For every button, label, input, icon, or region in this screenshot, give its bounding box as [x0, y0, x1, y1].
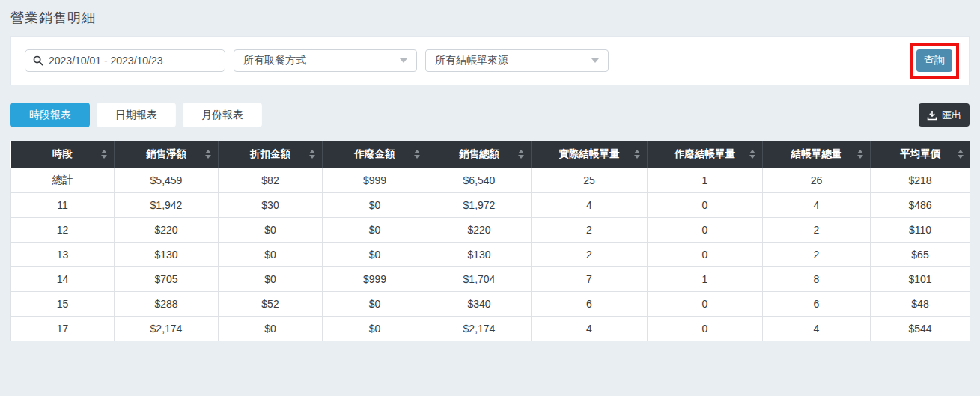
table-cell: $101 [871, 266, 970, 291]
column-header[interactable]: 結帳單總量 [763, 141, 871, 168]
table-cell: 4 [532, 192, 648, 217]
table-cell: $1,704 [427, 266, 532, 291]
query-button[interactable]: 查詢 [916, 49, 952, 72]
table-cell: $340 [427, 291, 532, 316]
table-cell: 0 [648, 217, 763, 242]
order-source-value: 所有結帳單來源 [435, 54, 508, 67]
sort-icon[interactable] [857, 150, 863, 159]
sort-icon[interactable] [518, 150, 524, 159]
table-cell: $2,174 [115, 316, 219, 341]
tab-date-report[interactable]: 日期報表 [97, 103, 176, 127]
table-cell: $48 [871, 291, 970, 316]
table-header-row: 時段銷售淨額折扣金額作廢金額銷售總額實際結帳單量作廢結帳單量結帳單總量平均單價 [11, 141, 970, 168]
table-cell: $2,174 [427, 316, 532, 341]
export-button-label: 匯出 [942, 109, 961, 122]
chevron-down-icon [591, 58, 599, 63]
table-cell: 4 [763, 192, 871, 217]
table-cell: 0 [648, 316, 763, 341]
tab-time-period-report[interactable]: 時段報表 [10, 103, 90, 127]
table-cell: $5,459 [115, 168, 219, 192]
table-cell: $288 [115, 291, 219, 316]
table-cell: $0 [219, 217, 323, 242]
table-cell: 總計 [11, 168, 115, 192]
table-cell: 11 [11, 192, 115, 217]
table-cell: $0 [219, 242, 323, 266]
table-cell: $0 [323, 291, 427, 316]
table-cell: 1 [648, 266, 763, 291]
table-cell: $130 [427, 242, 532, 266]
table-row: 15$288$52$0$340606$48 [11, 291, 970, 316]
table-cell: $0 [323, 316, 427, 341]
sort-icon[interactable] [634, 150, 640, 159]
table-cell: 26 [763, 168, 871, 192]
table-cell: 0 [648, 242, 763, 266]
table-cell: 2 [763, 242, 871, 266]
table-cell: $220 [427, 217, 532, 242]
search-icon [33, 55, 43, 66]
chevron-down-icon [400, 58, 407, 63]
table-cell: $52 [219, 291, 323, 316]
sort-icon[interactable] [205, 150, 211, 159]
table-cell: $544 [871, 316, 970, 341]
table-cell: 14 [11, 266, 115, 291]
table-cell: 2 [532, 217, 648, 242]
table-cell: 25 [532, 168, 648, 192]
column-header[interactable]: 折扣金額 [219, 141, 323, 168]
download-icon [927, 110, 937, 121]
table-cell: 6 [763, 291, 871, 316]
table-cell: 0 [648, 192, 763, 217]
table-cell: $999 [323, 168, 427, 192]
query-button-highlight: 查詢 [910, 43, 959, 79]
column-header[interactable]: 作廢結帳單量 [648, 141, 763, 168]
table-cell: 7 [532, 266, 648, 291]
table-cell: $82 [219, 168, 323, 192]
table-cell: 17 [11, 316, 115, 341]
table-row: 12$220$0$0$220202$110 [11, 217, 970, 242]
page-container: 營業銷售明細 2023/10/01 - 2023/10/23 所有取餐方式 所有… [0, 0, 980, 341]
table-cell: 2 [532, 242, 648, 266]
table-row: 11$1,942$30$0$1,972404$486 [11, 192, 970, 217]
column-header[interactable]: 銷售淨額 [115, 141, 219, 168]
pickup-method-select[interactable]: 所有取餐方式 [234, 49, 417, 72]
column-header[interactable]: 時段 [11, 141, 115, 168]
export-button[interactable]: 匯出 [919, 103, 970, 127]
sort-icon[interactable] [414, 150, 420, 159]
sort-icon[interactable] [309, 150, 315, 159]
table-cell: $0 [219, 266, 323, 291]
sort-icon[interactable] [101, 150, 107, 159]
table-cell: 4 [532, 316, 648, 341]
table-row: 14$705$0$999$1,704718$101 [11, 266, 970, 291]
table-cell: $0 [323, 192, 427, 217]
table-cell: $0 [323, 242, 427, 266]
table-header: 時段銷售淨額折扣金額作廢金額銷售總額實際結帳單量作廢結帳單量結帳單總量平均單價 [11, 141, 970, 168]
column-header[interactable]: 實際結帳單量 [532, 141, 648, 168]
table-row: 17$2,174$0$0$2,174404$544 [11, 316, 970, 341]
table-cell: 4 [763, 316, 871, 341]
table-cell: 13 [11, 242, 115, 266]
table-cell: $705 [115, 266, 219, 291]
table-cell: $30 [219, 192, 323, 217]
date-range-value: 2023/10/01 - 2023/10/23 [49, 55, 163, 67]
table-cell: 15 [11, 291, 115, 316]
table-cell: 1 [648, 168, 763, 192]
order-source-select[interactable]: 所有結帳單來源 [425, 49, 609, 72]
column-header[interactable]: 銷售總額 [427, 141, 532, 168]
pickup-method-value: 所有取餐方式 [243, 54, 306, 67]
table-cell: 12 [11, 217, 115, 242]
sort-icon[interactable] [958, 150, 964, 159]
table-cell: $0 [219, 316, 323, 341]
table-cell: $220 [115, 217, 219, 242]
column-header[interactable]: 作廢金額 [323, 141, 427, 168]
table-cell: $1,942 [115, 192, 219, 217]
table-cell: $65 [871, 242, 970, 266]
tab-month-report[interactable]: 月份報表 [183, 103, 262, 127]
page-title: 營業銷售明細 [10, 0, 970, 27]
sort-icon[interactable] [749, 150, 755, 159]
date-range-input[interactable]: 2023/10/01 - 2023/10/23 [25, 49, 225, 72]
table-body: 總計$5,459$82$999$6,54025126$21811$1,942$3… [11, 168, 970, 341]
column-header[interactable]: 平均單價 [871, 141, 970, 168]
table-cell: 8 [763, 266, 871, 291]
table-cell: $999 [323, 266, 427, 291]
table-cell: $110 [871, 217, 970, 242]
table-cell: 2 [763, 217, 871, 242]
